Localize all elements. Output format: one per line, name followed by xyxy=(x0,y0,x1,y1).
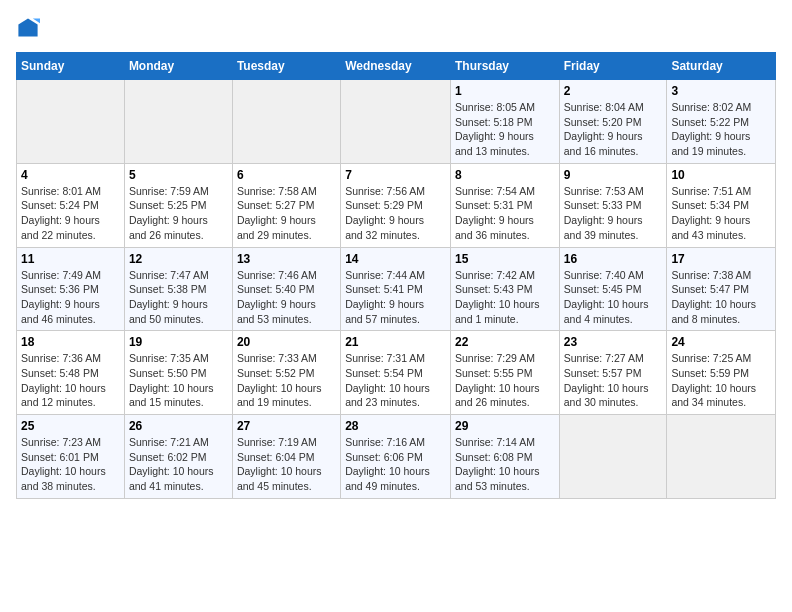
calendar-cell: 13Sunrise: 7:46 AM Sunset: 5:40 PM Dayli… xyxy=(232,247,340,331)
logo xyxy=(16,16,44,40)
day-number: 6 xyxy=(237,168,336,182)
calendar-week-row: 1Sunrise: 8:05 AM Sunset: 5:18 PM Daylig… xyxy=(17,80,776,164)
weekday-header-monday: Monday xyxy=(124,53,232,80)
day-info: Sunrise: 7:59 AM Sunset: 5:25 PM Dayligh… xyxy=(129,184,228,243)
day-info: Sunrise: 7:42 AM Sunset: 5:43 PM Dayligh… xyxy=(455,268,555,327)
calendar-cell: 5Sunrise: 7:59 AM Sunset: 5:25 PM Daylig… xyxy=(124,163,232,247)
calendar-cell: 9Sunrise: 7:53 AM Sunset: 5:33 PM Daylig… xyxy=(559,163,667,247)
day-number: 2 xyxy=(564,84,663,98)
day-info: Sunrise: 7:31 AM Sunset: 5:54 PM Dayligh… xyxy=(345,351,446,410)
day-number: 22 xyxy=(455,335,555,349)
day-info: Sunrise: 7:23 AM Sunset: 6:01 PM Dayligh… xyxy=(21,435,120,494)
day-number: 18 xyxy=(21,335,120,349)
calendar-cell: 15Sunrise: 7:42 AM Sunset: 5:43 PM Dayli… xyxy=(450,247,559,331)
day-number: 5 xyxy=(129,168,228,182)
calendar-cell: 8Sunrise: 7:54 AM Sunset: 5:31 PM Daylig… xyxy=(450,163,559,247)
day-number: 24 xyxy=(671,335,771,349)
calendar-cell xyxy=(667,415,776,499)
calendar-cell: 14Sunrise: 7:44 AM Sunset: 5:41 PM Dayli… xyxy=(341,247,451,331)
calendar-cell xyxy=(124,80,232,164)
calendar-cell: 17Sunrise: 7:38 AM Sunset: 5:47 PM Dayli… xyxy=(667,247,776,331)
day-number: 26 xyxy=(129,419,228,433)
header xyxy=(16,16,776,40)
weekday-header-friday: Friday xyxy=(559,53,667,80)
day-info: Sunrise: 7:33 AM Sunset: 5:52 PM Dayligh… xyxy=(237,351,336,410)
day-info: Sunrise: 7:16 AM Sunset: 6:06 PM Dayligh… xyxy=(345,435,446,494)
calendar-week-row: 11Sunrise: 7:49 AM Sunset: 5:36 PM Dayli… xyxy=(17,247,776,331)
calendar-cell xyxy=(232,80,340,164)
weekday-header-thursday: Thursday xyxy=(450,53,559,80)
day-info: Sunrise: 7:46 AM Sunset: 5:40 PM Dayligh… xyxy=(237,268,336,327)
day-info: Sunrise: 7:21 AM Sunset: 6:02 PM Dayligh… xyxy=(129,435,228,494)
calendar-week-row: 25Sunrise: 7:23 AM Sunset: 6:01 PM Dayli… xyxy=(17,415,776,499)
day-info: Sunrise: 7:56 AM Sunset: 5:29 PM Dayligh… xyxy=(345,184,446,243)
day-number: 25 xyxy=(21,419,120,433)
weekday-header-tuesday: Tuesday xyxy=(232,53,340,80)
day-info: Sunrise: 7:47 AM Sunset: 5:38 PM Dayligh… xyxy=(129,268,228,327)
day-number: 13 xyxy=(237,252,336,266)
day-number: 29 xyxy=(455,419,555,433)
day-info: Sunrise: 7:40 AM Sunset: 5:45 PM Dayligh… xyxy=(564,268,663,327)
day-number: 15 xyxy=(455,252,555,266)
calendar-cell: 21Sunrise: 7:31 AM Sunset: 5:54 PM Dayli… xyxy=(341,331,451,415)
calendar-cell: 12Sunrise: 7:47 AM Sunset: 5:38 PM Dayli… xyxy=(124,247,232,331)
calendar-cell: 3Sunrise: 8:02 AM Sunset: 5:22 PM Daylig… xyxy=(667,80,776,164)
day-info: Sunrise: 7:58 AM Sunset: 5:27 PM Dayligh… xyxy=(237,184,336,243)
calendar-cell: 10Sunrise: 7:51 AM Sunset: 5:34 PM Dayli… xyxy=(667,163,776,247)
day-info: Sunrise: 7:53 AM Sunset: 5:33 PM Dayligh… xyxy=(564,184,663,243)
calendar-cell: 16Sunrise: 7:40 AM Sunset: 5:45 PM Dayli… xyxy=(559,247,667,331)
day-number: 27 xyxy=(237,419,336,433)
calendar-cell xyxy=(559,415,667,499)
calendar-cell: 22Sunrise: 7:29 AM Sunset: 5:55 PM Dayli… xyxy=(450,331,559,415)
calendar-cell: 18Sunrise: 7:36 AM Sunset: 5:48 PM Dayli… xyxy=(17,331,125,415)
calendar-cell: 29Sunrise: 7:14 AM Sunset: 6:08 PM Dayli… xyxy=(450,415,559,499)
day-number: 9 xyxy=(564,168,663,182)
day-number: 28 xyxy=(345,419,446,433)
logo-icon xyxy=(16,16,40,40)
weekday-header-wednesday: Wednesday xyxy=(341,53,451,80)
svg-marker-0 xyxy=(18,18,37,36)
day-number: 1 xyxy=(455,84,555,98)
calendar-cell: 28Sunrise: 7:16 AM Sunset: 6:06 PM Dayli… xyxy=(341,415,451,499)
day-number: 23 xyxy=(564,335,663,349)
day-number: 4 xyxy=(21,168,120,182)
day-info: Sunrise: 7:25 AM Sunset: 5:59 PM Dayligh… xyxy=(671,351,771,410)
calendar-cell: 25Sunrise: 7:23 AM Sunset: 6:01 PM Dayli… xyxy=(17,415,125,499)
day-number: 7 xyxy=(345,168,446,182)
day-number: 11 xyxy=(21,252,120,266)
calendar-cell: 4Sunrise: 8:01 AM Sunset: 5:24 PM Daylig… xyxy=(17,163,125,247)
day-info: Sunrise: 8:04 AM Sunset: 5:20 PM Dayligh… xyxy=(564,100,663,159)
day-number: 20 xyxy=(237,335,336,349)
calendar-cell: 1Sunrise: 8:05 AM Sunset: 5:18 PM Daylig… xyxy=(450,80,559,164)
day-info: Sunrise: 8:02 AM Sunset: 5:22 PM Dayligh… xyxy=(671,100,771,159)
calendar-cell xyxy=(341,80,451,164)
weekday-header-sunday: Sunday xyxy=(17,53,125,80)
day-info: Sunrise: 7:35 AM Sunset: 5:50 PM Dayligh… xyxy=(129,351,228,410)
day-info: Sunrise: 7:27 AM Sunset: 5:57 PM Dayligh… xyxy=(564,351,663,410)
day-number: 21 xyxy=(345,335,446,349)
weekday-header-row: SundayMondayTuesdayWednesdayThursdayFrid… xyxy=(17,53,776,80)
day-info: Sunrise: 7:51 AM Sunset: 5:34 PM Dayligh… xyxy=(671,184,771,243)
calendar-table: SundayMondayTuesdayWednesdayThursdayFrid… xyxy=(16,52,776,499)
day-number: 3 xyxy=(671,84,771,98)
day-number: 17 xyxy=(671,252,771,266)
day-number: 16 xyxy=(564,252,663,266)
calendar-cell: 24Sunrise: 7:25 AM Sunset: 5:59 PM Dayli… xyxy=(667,331,776,415)
day-number: 14 xyxy=(345,252,446,266)
calendar-cell: 27Sunrise: 7:19 AM Sunset: 6:04 PM Dayli… xyxy=(232,415,340,499)
day-info: Sunrise: 7:19 AM Sunset: 6:04 PM Dayligh… xyxy=(237,435,336,494)
day-info: Sunrise: 7:49 AM Sunset: 5:36 PM Dayligh… xyxy=(21,268,120,327)
day-info: Sunrise: 8:01 AM Sunset: 5:24 PM Dayligh… xyxy=(21,184,120,243)
day-info: Sunrise: 7:54 AM Sunset: 5:31 PM Dayligh… xyxy=(455,184,555,243)
day-info: Sunrise: 7:36 AM Sunset: 5:48 PM Dayligh… xyxy=(21,351,120,410)
calendar-cell: 26Sunrise: 7:21 AM Sunset: 6:02 PM Dayli… xyxy=(124,415,232,499)
calendar-week-row: 18Sunrise: 7:36 AM Sunset: 5:48 PM Dayli… xyxy=(17,331,776,415)
calendar-cell: 11Sunrise: 7:49 AM Sunset: 5:36 PM Dayli… xyxy=(17,247,125,331)
weekday-header-saturday: Saturday xyxy=(667,53,776,80)
day-number: 10 xyxy=(671,168,771,182)
day-number: 19 xyxy=(129,335,228,349)
calendar-cell xyxy=(17,80,125,164)
day-info: Sunrise: 8:05 AM Sunset: 5:18 PM Dayligh… xyxy=(455,100,555,159)
day-info: Sunrise: 7:14 AM Sunset: 6:08 PM Dayligh… xyxy=(455,435,555,494)
calendar-week-row: 4Sunrise: 8:01 AM Sunset: 5:24 PM Daylig… xyxy=(17,163,776,247)
